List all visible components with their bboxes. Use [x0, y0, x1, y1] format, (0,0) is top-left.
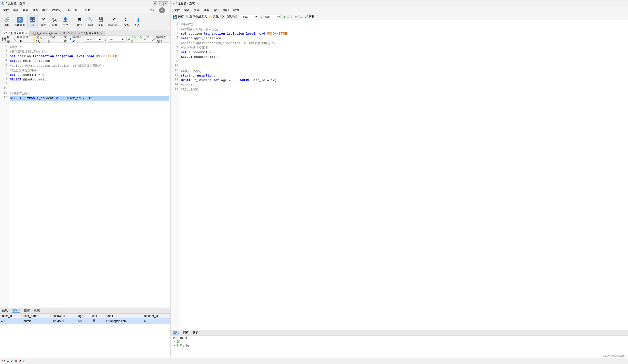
- left-query-builder-button[interactable]: 🔧 查询创建工具: [12, 35, 31, 43]
- left-explain-button[interactable]: 🔎 解释已选择: [152, 35, 168, 43]
- right-code-line-5: #select @@transaction_isolation;（8.0以后版本…: [181, 41, 627, 45]
- right-explain-button[interactable]: 🔎 解释: [305, 14, 314, 19]
- right-query-builder-button[interactable]: 🔧 查询创建工具: [185, 14, 207, 19]
- right-code-content[interactable]: #事务T2 #设置隔离级别，读未提交 set session transacti…: [180, 20, 628, 330]
- left-code-line-4: select @@tx_isolation;: [10, 59, 169, 63]
- menu-help[interactable]: 帮助: [82, 8, 92, 13]
- left-export-button[interactable]: ⬇ 导出结果: [70, 35, 82, 43]
- menu-window[interactable]: 窗口: [73, 8, 82, 13]
- right-code-editor[interactable]: 1 2 3 4 5 6 7 8 9 10 11 12 13 14 15 #事务T…: [171, 20, 628, 330]
- autorun-button[interactable]: ⏱ 自动运行: [107, 15, 121, 28]
- menu-format[interactable]: 格式: [40, 8, 50, 13]
- right-menu-run[interactable]: 运行: [211, 8, 221, 13]
- model-button[interactable]: 🗂 模型: [121, 15, 131, 28]
- app-logo-icon: N: [2, 2, 4, 6]
- user-avatar[interactable]: u: [159, 7, 165, 13]
- left-stop-button[interactable]: ■ 停止: [144, 35, 151, 43]
- table-row-1[interactable]: ▶ 12 admin 1234569 50 男 12345@qq.com 6: [0, 318, 170, 324]
- right-beautify-button[interactable]: ✨ 美化 SQL: [209, 14, 225, 19]
- left-explain-icon: 🔎: [152, 38, 156, 41]
- left-conn-select[interactable]: ssm: [108, 37, 125, 42]
- right-code-line-1: #事务T2: [181, 22, 627, 27]
- query-tool-button[interactable]: 🔍 查询: [85, 15, 95, 28]
- cell-password-1: 1234569: [51, 318, 76, 324]
- minimize-button[interactable]: ─: [153, 1, 157, 6]
- left-results-tab-results1[interactable]: 结果 1: [12, 308, 20, 313]
- menu-favorites[interactable]: 收藏夹: [50, 8, 63, 13]
- right-code-line-12: start transaction;: [181, 73, 627, 78]
- left-conn-select-wrapper: 🍃 ssm: [104, 37, 125, 42]
- right-db-select-wrapper: local: [241, 14, 258, 19]
- left-code-line-9: [10, 82, 169, 87]
- left-text-mode-button[interactable]: 📄 文本: [60, 35, 68, 43]
- menu-file[interactable]: 文件: [1, 8, 11, 13]
- cell-age-1: 50: [76, 318, 90, 324]
- login-button[interactable]: 登录: [149, 8, 155, 12]
- right-code-snippet-button[interactable]: ()代码段: [227, 14, 237, 19]
- right-save-label: 保存: [178, 14, 184, 19]
- right-save-button[interactable]: 💾 保存: [173, 14, 184, 19]
- left-code-line-6: #禁止自动提交事务: [10, 68, 169, 73]
- menu-query[interactable]: 查询: [30, 8, 40, 13]
- right-db-select[interactable]: local: [241, 14, 258, 19]
- window-controls[interactable]: ─ □ ✕: [153, 1, 168, 6]
- other-button[interactable]: ⊞ 其它: [74, 15, 84, 28]
- left-results-tab-info[interactable]: 信息: [2, 309, 8, 313]
- right-explain-label: 解释: [309, 14, 314, 19]
- vertical-splitter[interactable]: [170, 0, 171, 364]
- right-code-line-11: ##执行T2语句: [181, 69, 627, 73]
- left-code-snippet-button[interactable]: ()代码段: [47, 35, 56, 43]
- left-results-tab-profile[interactable]: 剖析: [24, 309, 30, 313]
- left-beautify-button[interactable]: ✨ 美化 SQL: [32, 35, 46, 43]
- status-cross-icon[interactable]: ✕: [15, 360, 17, 363]
- left-db-select[interactable]: local: [85, 37, 102, 42]
- tab-left-t-student-close[interactable]: ✕: [71, 32, 73, 35]
- status-check-icon[interactable]: ✓: [11, 360, 13, 363]
- col-header-sex: sex: [90, 314, 104, 318]
- right-menu-file[interactable]: 文件: [172, 8, 182, 13]
- right-menu-format[interactable]: 格式: [192, 8, 201, 13]
- func-button[interactable]: f(x) 函数: [50, 15, 59, 28]
- new-query-button[interactable]: Q 新建查询: [13, 15, 26, 28]
- table-button[interactable]: 表: [27, 15, 38, 28]
- right-menu-window[interactable]: 窗口: [221, 8, 231, 13]
- right-run-button[interactable]: ▶ 运行·: [284, 14, 293, 19]
- left-run-button[interactable]: ▶ 运行已选的: [128, 35, 142, 43]
- left-code-editor[interactable]: 1 2 3 4 5 6 7 8 9 10 11 12 #事务T1 #设置隔离级别…: [0, 43, 170, 308]
- backup-button[interactable]: 💾 备份: [96, 15, 106, 28]
- right-menu-bar: 文件 编辑 格式 查看 运行 窗口 帮助: [171, 7, 628, 13]
- status-refresh-icon[interactable]: ↺: [19, 360, 21, 363]
- tab-left-query-close[interactable]: ✕: [25, 32, 27, 35]
- right-info-content: ROLLBACK > OK > 时间: 0s: [171, 336, 628, 358]
- right-code-snippet-label: ()代码段: [227, 14, 237, 19]
- line-number-1: 1: [0, 45, 8, 49]
- right-info-tab-status[interactable]: 状态: [193, 331, 199, 335]
- right-info-tab-info[interactable]: 信息: [173, 330, 179, 335]
- line-number-7: 7: [0, 73, 8, 77]
- left-code-line-5: #select @@transaction_isolation;（8.0以后版本…: [10, 63, 169, 68]
- right-info-tab-profile[interactable]: 剖析: [183, 331, 189, 335]
- menu-edit[interactable]: 编辑: [11, 8, 21, 13]
- chart-button[interactable]: 📊 图表: [132, 15, 142, 28]
- left-code-content[interactable]: #事务T1 #设置隔离级别，读未提交 set session transacti…: [9, 43, 170, 308]
- close-button[interactable]: ✕: [163, 1, 168, 6]
- maximize-button[interactable]: □: [158, 1, 162, 6]
- user-button[interactable]: 👤 用户: [60, 15, 70, 28]
- menu-view[interactable]: 查看: [21, 8, 30, 13]
- left-save-button[interactable]: 💾 保存: [2, 35, 11, 43]
- connect-button[interactable]: 🔗 连接: [2, 15, 12, 28]
- tab-left-query2-close[interactable]: ✕: [100, 32, 102, 35]
- right-menu-view[interactable]: 查看: [201, 8, 211, 13]
- left-results-tab-status[interactable]: 状态: [34, 309, 40, 313]
- status-minus-icon[interactable]: ─: [7, 360, 9, 363]
- right-conn-select[interactable]: ssm: [264, 14, 281, 19]
- menu-tools[interactable]: 工具: [63, 8, 73, 13]
- right-stop-button[interactable]: ■ 停止: [295, 14, 303, 19]
- view-button[interactable]: 👁 视图: [39, 15, 49, 28]
- right-menu-edit[interactable]: 编辑: [182, 8, 192, 13]
- right-menu-help[interactable]: 帮助: [231, 8, 241, 13]
- new-query-label: 新建查询: [14, 23, 25, 27]
- status-square-icon[interactable]: □: [23, 360, 25, 363]
- left-results-table-wrapper[interactable]: user_id user_name password age sex email…: [0, 313, 170, 358]
- backup-icon: 💾: [97, 16, 104, 23]
